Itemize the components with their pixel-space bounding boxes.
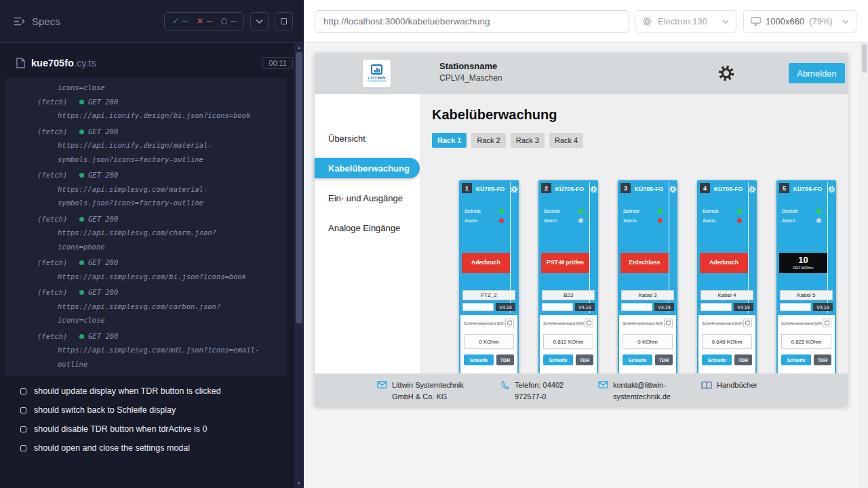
page-scrollbar[interactable] <box>860 43 868 488</box>
network-log-entry[interactable]: (fetch)GET 200 https://api.simplesvg.com… <box>5 168 286 210</box>
footer-manuals[interactable]: Handbücher <box>701 380 757 391</box>
test-title[interactable]: should disable TDR button when tdrActive… <box>0 420 294 439</box>
network-log-entry[interactable]: (fetch)GET 200 https://api.simplesvg.com… <box>5 256 286 283</box>
tdr-button[interactable]: TDR <box>496 354 514 365</box>
device-gear-icon[interactable] <box>511 184 518 191</box>
firmware-version: V4.19 <box>813 303 833 311</box>
betrieb-led <box>737 209 742 214</box>
app-sidebar: Übersicht Kabelüberwachung Ein- und Ausg… <box>315 94 420 373</box>
stop-button[interactable] <box>275 12 293 30</box>
alarm-led <box>816 218 821 223</box>
alarm-row: Alarm <box>544 218 583 224</box>
sidebar-item-uebersicht[interactable]: Übersicht <box>315 128 420 148</box>
schleife-button[interactable]: Schleife <box>781 354 811 365</box>
runner-scrollbar[interactable]: ▲ ▼ <box>294 43 304 488</box>
refresh-icon[interactable] <box>505 319 514 327</box>
scroll-up-icon[interactable]: ▲ <box>294 43 304 52</box>
cable-name-input[interactable]: Kabel 3 <box>621 290 674 300</box>
resistance-value: 0 KOhm <box>623 334 673 349</box>
schleife-button[interactable]: Schleife <box>702 354 732 365</box>
resistance-value: 0 KOhm <box>464 334 514 349</box>
firmware-version: V4.19 <box>734 303 753 311</box>
main-content: Kabelüberwachung Rack 1 Rack 2 Rack 3 Ra… <box>420 94 848 373</box>
footer-email[interactable]: kontakt@littwin-systemtechnik.de <box>598 380 663 403</box>
network-log-entry[interactable]: (fetch)GET 200 https://api.simplesvg.com… <box>5 212 286 254</box>
scroll-down-icon[interactable]: ▼ <box>294 479 304 488</box>
settings-gear-icon[interactable] <box>718 65 734 81</box>
status-message: PST-M prüfen <box>541 253 589 273</box>
littwin-logo: LITTWIN SYSTEMTECHNIK <box>363 60 391 87</box>
device-card: 5 KÜ706-FO Betrieb Alarm 10 ISO MOhm Kab… <box>776 180 836 373</box>
scrollbar-thumb[interactable] <box>862 44 867 73</box>
scrollbar-thumb[interactable] <box>296 52 302 323</box>
test-title[interactable]: should switch back to Schleife display <box>0 401 294 420</box>
browser-select[interactable]: Electron 130 <box>635 10 736 33</box>
network-log-entry[interactable]: (fetch)GET 200 https://api.simplesvg.com… <box>5 285 286 327</box>
alarm-row: Alarm <box>623 218 663 224</box>
viewport-select[interactable]: 1000x660 (79%) <box>743 10 856 33</box>
tab-rack-4[interactable]: Rack 4 <box>549 133 583 148</box>
tdr-button[interactable]: TDR <box>814 354 831 365</box>
schleife-button[interactable]: Schleife <box>543 354 573 365</box>
tdr-button[interactable]: TDR <box>576 354 593 365</box>
cable-name-input[interactable]: B23 <box>542 290 595 300</box>
cable-name-input[interactable]: FTZ_2 <box>462 290 515 300</box>
network-log-entry[interactable]: (fetch)GET 200 https://api.simplesvg.com… <box>5 329 286 371</box>
device-gear-icon[interactable] <box>749 184 756 191</box>
test-title[interactable]: should open and close the settings modal <box>0 439 294 458</box>
refresh-icon[interactable] <box>743 319 752 327</box>
tab-rack-1[interactable]: Rack 1 <box>432 133 467 148</box>
device-gear-icon[interactable] <box>828 184 835 191</box>
schleife-button[interactable]: Schleife <box>623 354 652 365</box>
network-log-entry[interactable]: (fetch)GET 200 https://api.iconify.desig… <box>5 95 286 123</box>
refresh-icon[interactable] <box>664 319 673 327</box>
app-viewport: LITTWIN SYSTEMTECHNIK Stationsname CPLV4… <box>315 53 848 406</box>
device-card: 3 KÜ705-FO Betrieb Alarm Erdschluss Kabe… <box>618 180 677 373</box>
tdr-button[interactable]: TDR <box>734 354 752 365</box>
footer-phone[interactable]: Telefon: 04402 972577-0 <box>500 380 580 403</box>
mail-icon <box>377 381 387 388</box>
tab-rack-3[interactable]: Rack 3 <box>511 133 545 148</box>
sidebar-item-analoge-eingaenge[interactable]: Analoge Eingänge <box>315 218 420 238</box>
measurement-panel: Schleifenwiderstand [kOhm] 0 KOhm Schlei… <box>460 315 517 373</box>
refresh-icon[interactable] <box>585 319 593 327</box>
status-measurement: 10 ISO MOhm <box>779 253 827 273</box>
tab-rack-2[interactable]: Rack 2 <box>471 133 505 148</box>
aux-box <box>462 303 494 311</box>
station-info: Stationsname CPLV4_Maschen <box>439 61 502 83</box>
schleife-button[interactable]: Schleife <box>464 354 494 365</box>
app-footer: Littwin Systemtechnik GmbH & Co. KG Tele… <box>315 373 848 406</box>
success-dot-icon <box>79 260 84 265</box>
device-number-badge: 5 <box>779 183 789 193</box>
iso-unit: ISO MOhm <box>793 266 813 270</box>
collapse-button[interactable] <box>250 12 269 30</box>
tdr-button[interactable]: TDR <box>655 354 673 365</box>
test-list: should update display when TDR button is… <box>0 382 294 458</box>
cable-name-input[interactable]: Kabel 5 <box>780 290 833 300</box>
specs-toggle-button[interactable]: Specs <box>14 16 60 27</box>
alarm-led <box>658 218 663 223</box>
refresh-icon[interactable] <box>823 319 831 327</box>
device-gear-icon[interactable] <box>669 184 677 191</box>
test-title[interactable]: should update display when TDR button is… <box>0 382 294 401</box>
betrieb-led <box>816 209 821 214</box>
network-log-entry[interactable]: (fetch)GET 200 https://api.iconify.desig… <box>5 125 286 167</box>
resistance-label: Schleifenwiderstand [kOhm] <box>623 321 663 325</box>
sidebar-item-ein-und-ausgaenge[interactable]: Ein- und Ausgänge <box>315 188 420 208</box>
resistance-value: 0.645 KOhm <box>702 334 752 349</box>
footer-company[interactable]: Littwin Systemtechnik GmbH & Co. KG <box>377 380 483 403</box>
sidebar-item-kabelueberwachung[interactable]: Kabelüberwachung <box>315 158 420 178</box>
betrieb-row: Betrieb <box>703 208 742 214</box>
spec-file-row[interactable]: kue705fo.cy.ts 00:11 <box>16 57 293 69</box>
success-dot-icon <box>79 217 84 222</box>
device-model-label: KÜ706-FO <box>790 186 825 192</box>
url-input[interactable] <box>315 10 629 33</box>
logout-button[interactable]: Abmelden <box>789 63 845 83</box>
device-gear-icon[interactable] <box>590 184 597 191</box>
betrieb-led <box>658 209 663 214</box>
page-title: Kabelüberwachung <box>432 107 848 123</box>
runner-header: Specs ✓-- ✕-- -- <box>0 0 304 43</box>
circle-icon <box>221 18 227 24</box>
book-icon <box>701 381 712 390</box>
cable-name-input[interactable]: Kabel 4 <box>701 290 753 300</box>
